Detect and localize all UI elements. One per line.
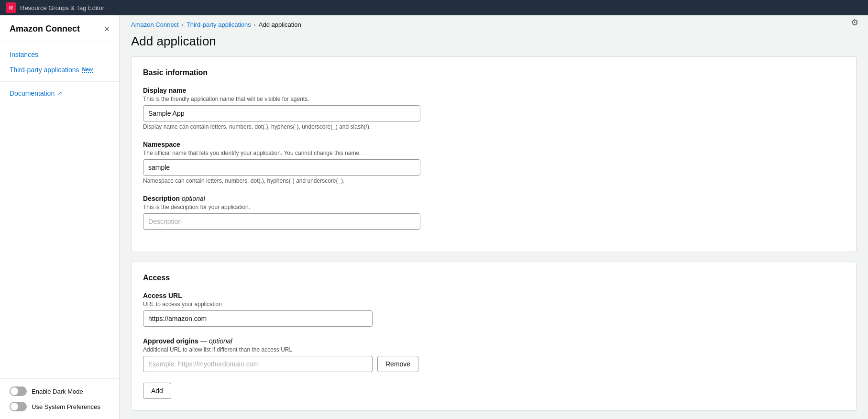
sidebar-close-button[interactable]: ×: [104, 25, 110, 33]
settings-icon[interactable]: ⚙: [851, 17, 858, 28]
access-url-hint: URL to access your application: [143, 301, 845, 308]
top-bar-title: Resource Groups & Tag Editor: [20, 4, 104, 11]
top-bar: R Resource Groups & Tag Editor: [0, 0, 868, 15]
display-name-hint: This is the friendly application name th…: [143, 96, 845, 102]
system-prefs-toggle[interactable]: [10, 402, 27, 411]
namespace-field: Namespace The official name that lets yo…: [143, 141, 845, 184]
sidebar-footer: Enable Dark Mode Use System Preferences: [0, 378, 119, 419]
new-badge: New: [82, 67, 93, 73]
description-input[interactable]: [143, 213, 420, 230]
namespace-hint: The official name that lets you identify…: [143, 150, 845, 156]
sidebar-item-third-party[interactable]: Third-party applications New: [0, 62, 119, 77]
dark-mode-row: Enable Dark Mode: [10, 386, 110, 396]
description-hint: This is the description for your applica…: [143, 204, 845, 210]
layout: Amazon Connect × Instances Third-party a…: [0, 15, 868, 419]
sidebar-nav: Instances Third-party applications New D…: [0, 41, 119, 378]
sidebar-title: Amazon Connect: [10, 24, 80, 34]
sidebar-header: Amazon Connect ×: [0, 15, 119, 41]
remove-button[interactable]: Remove: [377, 356, 418, 372]
app-logo: R: [6, 2, 16, 13]
breadcrumb: Amazon Connect › Third-party application…: [120, 15, 868, 32]
breadcrumb-amazon-connect[interactable]: Amazon Connect: [131, 21, 179, 28]
display-name-note: Display name can contain letters, number…: [143, 123, 845, 130]
system-prefs-row: Use System Preferences: [10, 402, 110, 411]
dark-mode-toggle[interactable]: [10, 386, 27, 396]
namespace-label: Namespace: [143, 141, 845, 148]
approved-origins-hint: Additional URL to allow list if differen…: [143, 346, 845, 353]
approved-origins-label: Approved origins — optional: [143, 337, 845, 345]
dark-mode-label: Enable Dark Mode: [32, 388, 83, 395]
description-label: Description optional: [143, 195, 845, 202]
basic-info-title: Basic information: [143, 68, 845, 77]
add-button[interactable]: Add: [143, 383, 171, 399]
breadcrumb-sep-2: ›: [254, 22, 256, 28]
access-url-label: Access URL: [143, 292, 845, 299]
access-card: Access Access URL URL to access your app…: [131, 262, 857, 411]
sidebar: Amazon Connect × Instances Third-party a…: [0, 15, 120, 419]
breadcrumb-third-party-apps[interactable]: Third-party applications: [187, 21, 251, 28]
access-url-field: Access URL URL to access your applicatio…: [143, 292, 845, 327]
system-prefs-label: Use System Preferences: [32, 403, 100, 410]
approved-origins-input[interactable]: [143, 356, 373, 372]
display-name-field: Display name This is the friendly applic…: [143, 87, 845, 130]
display-name-label: Display name: [143, 87, 845, 94]
access-url-input[interactable]: [143, 310, 373, 327]
page-title: Add application: [131, 34, 857, 49]
description-field: Description optional This is the descrip…: [143, 195, 845, 230]
sidebar-item-instances[interactable]: Instances: [0, 47, 119, 62]
approved-origins-field: Approved origins — optional Additional U…: [143, 337, 845, 372]
breadcrumb-current: Add application: [259, 21, 301, 28]
namespace-input[interactable]: [143, 159, 420, 176]
namespace-note: Namespace can contain letters, numbers, …: [143, 177, 845, 184]
page-title-area: Add application: [120, 32, 868, 56]
breadcrumb-sep-1: ›: [182, 22, 184, 28]
sidebar-divider: [0, 81, 119, 82]
basic-info-card: Basic information Display name This is t…: [131, 56, 857, 252]
display-name-input[interactable]: [143, 105, 420, 121]
main-content: Amazon Connect › Third-party application…: [120, 15, 868, 419]
sidebar-item-documentation[interactable]: Documentation ↗: [0, 86, 119, 101]
access-title: Access: [143, 274, 845, 282]
external-link-icon: ↗: [57, 90, 62, 97]
approved-origins-row: Remove: [143, 356, 845, 372]
